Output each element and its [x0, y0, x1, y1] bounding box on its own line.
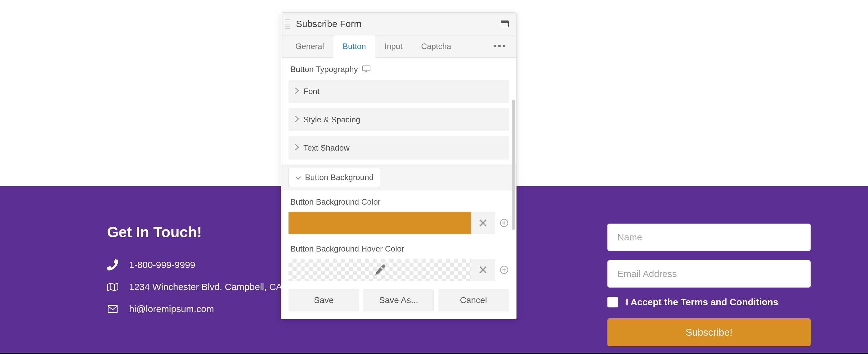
save-as-button[interactable]: Save As...: [363, 289, 434, 312]
svg-rect-7: [364, 72, 369, 72]
window-icon[interactable]: [501, 21, 509, 27]
svg-rect-5: [363, 66, 370, 71]
desktop-icon[interactable]: [362, 65, 370, 73]
accordion-style-spacing[interactable]: Style & Spacing: [288, 108, 509, 131]
button-background-group-label: Button Background: [305, 173, 373, 182]
scrollbar[interactable]: [512, 75, 515, 286]
tab-input[interactable]: Input: [375, 35, 412, 57]
bg-color-label: Button Background Color: [288, 197, 509, 207]
svg-rect-1: [501, 21, 508, 23]
accordion-style-spacing-label: Style & Spacing: [303, 115, 361, 124]
accordion-font[interactable]: Font: [288, 80, 509, 103]
chevron-down-icon: [295, 173, 301, 182]
hover-color-add-button[interactable]: [499, 265, 509, 274]
accordion-font-label: Font: [303, 87, 319, 96]
save-button[interactable]: Save: [288, 289, 359, 312]
contact-phone-row: 1-800-999-9999: [107, 259, 282, 270]
tab-general[interactable]: General: [286, 35, 334, 57]
map-icon: [107, 281, 118, 293]
tab-captcha[interactable]: Captcha: [412, 35, 461, 57]
envelope-icon: [107, 303, 118, 315]
tabs-row: General Button Input Captcha: [281, 35, 516, 58]
tab-button[interactable]: Button: [334, 35, 375, 58]
contact-email-row: hi@loremipsum.com: [107, 303, 282, 315]
bg-color-add-button[interactable]: [499, 218, 509, 228]
terms-checkbox[interactable]: [608, 297, 618, 307]
svg-point-3: [498, 45, 501, 47]
hover-color-swatch[interactable]: [288, 259, 471, 281]
chevron-right-icon: [295, 115, 299, 124]
chevron-right-icon: [295, 143, 299, 153]
footer-heading: Get In Touch!: [107, 224, 282, 241]
typography-section-label: Button Typography: [290, 65, 358, 74]
cancel-button[interactable]: Cancel: [438, 289, 509, 312]
contact-email-text: hi@loremipsum.com: [129, 304, 214, 314]
panel-header: Subscribe Form: [281, 13, 516, 35]
svg-point-4: [503, 45, 505, 47]
contact-address-row: 1234 Winchester Blvd. Campbell, CA: [107, 281, 282, 293]
hover-color-label: Button Background Hover Color: [288, 244, 509, 254]
button-background-group[interactable]: Button Background: [288, 168, 380, 187]
phone-icon: [107, 259, 118, 270]
accordion-text-shadow-label: Text Shadow: [303, 143, 350, 153]
hover-color-clear-button[interactable]: [471, 259, 495, 281]
subscribe-button[interactable]: Subscribe!: [608, 318, 811, 346]
accordion-text-shadow[interactable]: Text Shadow: [288, 136, 509, 159]
chevron-right-icon: [295, 87, 299, 96]
bg-color-clear-button[interactable]: [471, 212, 495, 234]
settings-panel: Subscribe Form General Button Input Capt…: [281, 12, 517, 319]
more-tabs-icon[interactable]: [488, 39, 511, 54]
contact-phone-text: 1-800-999-9999: [129, 260, 195, 270]
terms-label: I Accept the Terms and Conditions: [626, 297, 778, 307]
eyedropper-icon: [374, 264, 385, 276]
email-input[interactable]: [608, 260, 811, 288]
bg-color-swatch[interactable]: [288, 212, 471, 234]
drag-handle-icon[interactable]: [285, 18, 290, 30]
svg-point-2: [494, 45, 496, 47]
contact-address-text: 1234 Winchester Blvd. Campbell, CA: [129, 282, 282, 292]
panel-title: Subscribe Form: [296, 19, 501, 29]
panel-body: Button Typography Font Style & Spacing T…: [281, 58, 516, 284]
name-input[interactable]: [608, 224, 811, 251]
